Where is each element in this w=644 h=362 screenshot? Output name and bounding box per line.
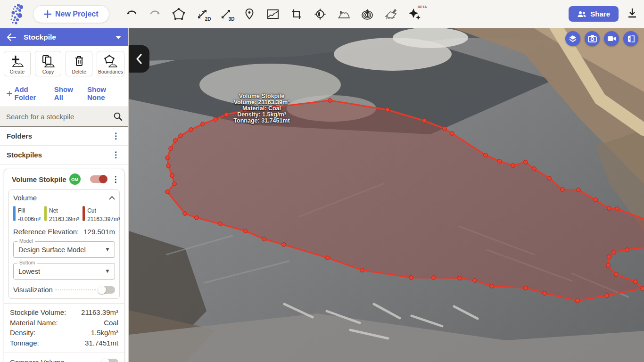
volume-panel: Volume Fill -0.006m³ Net 21163.39m³ Cu <box>8 189 120 299</box>
folders-menu-button[interactable]: ⋮ <box>110 132 122 140</box>
show-all-button[interactable]: Show All <box>54 85 81 101</box>
volume-header: Volume <box>13 194 37 202</box>
map-viewport[interactable]: Volume Stokpile Volume: 21163.39m³ Mater… <box>129 28 644 362</box>
folder-links: Add Folder Show All Show None <box>0 80 128 107</box>
fill-metric: Fill -0.006m³ <box>13 206 41 223</box>
tool-strip: 2D 3D <box>122 4 424 24</box>
folders-section: Folders ⋮ <box>0 127 128 146</box>
new-project-label: New Project <box>55 10 99 18</box>
contours-button[interactable] <box>357 4 377 24</box>
camera-icon <box>588 35 597 42</box>
share-label: Share <box>590 10 610 18</box>
measure-3d-button[interactable]: 3D <box>216 4 236 24</box>
share-button[interactable]: Share <box>569 6 619 22</box>
visualization-label: Visualization <box>13 286 53 294</box>
stockpile-card: Volume Stokpile OM ⋮ Volume Fill -0.006m… <box>4 169 124 362</box>
panel-dropdown-caret[interactable] <box>115 35 122 40</box>
plus-icon <box>44 10 51 18</box>
visualization-toggle[interactable] <box>98 286 115 294</box>
stockpiles-menu-button[interactable]: ⋮ <box>110 151 122 159</box>
elevation-profile-button[interactable] <box>263 4 283 24</box>
undo-button[interactable] <box>122 4 141 24</box>
sidebar-header: Stockpile <box>0 28 128 46</box>
model-select[interactable]: Model Design Surface Model ▼ <box>13 241 115 258</box>
download-button[interactable] <box>627 8 637 21</box>
slope-tool-button[interactable] <box>381 4 401 24</box>
folders-label: Folders <box>7 132 32 140</box>
back-arrow-button[interactable] <box>7 33 16 41</box>
terrain-button[interactable] <box>334 4 354 24</box>
map-controls <box>565 31 638 46</box>
crop-button[interactable] <box>287 4 306 24</box>
measure-3d-label: 3D <box>229 16 235 22</box>
copy-stockpile-button[interactable]: Copy <box>35 51 62 76</box>
compare-icon <box>627 35 635 43</box>
ai-assistant-button[interactable]: BETA <box>405 4 424 24</box>
compare-volume-toggle[interactable] <box>101 359 118 362</box>
location-pin-button[interactable] <box>239 4 259 24</box>
layers-icon <box>569 34 577 43</box>
screenshot-button[interactable] <box>585 31 600 46</box>
stockpile-visibility-toggle[interactable] <box>90 175 107 183</box>
target-button[interactable] <box>310 4 330 24</box>
redo-button[interactable] <box>145 4 165 24</box>
bottom-select[interactable]: Bottom Lowest ▼ <box>13 263 115 280</box>
chevron-down-icon: ▼ <box>105 268 110 274</box>
stockpile-polygon-svg[interactable] <box>129 28 644 362</box>
dotted-leader <box>55 289 96 290</box>
stockpile-sidebar: Stockpile Create Copy Delete <box>0 28 129 362</box>
net-metric: Net 21163.39m³ <box>44 206 79 223</box>
action-label: Delete <box>72 69 86 74</box>
panel-title: Stockpile <box>24 33 107 41</box>
search-icon[interactable] <box>113 112 123 121</box>
stockpile-stats: Stockpile Volume:21163.39m³ Material Nam… <box>4 303 124 353</box>
layers-button[interactable] <box>565 31 580 46</box>
chevron-left-icon <box>135 54 143 64</box>
action-label: Copy <box>42 69 54 74</box>
action-label: Create <box>10 69 25 74</box>
stockpile-actions: Create Copy Delete Boundaries <box>0 46 128 80</box>
beta-badge: BETA <box>418 5 427 8</box>
reference-elevation-value: 129.501m <box>83 228 115 236</box>
app-logo-icon <box>7 2 27 26</box>
people-icon <box>577 10 586 18</box>
polygon-tool-button[interactable] <box>169 4 189 24</box>
chevron-down-icon: ▼ <box>105 246 110 253</box>
compare-view-button[interactable] <box>623 31 638 46</box>
search-input[interactable] <box>0 107 128 126</box>
search-box <box>0 107 128 127</box>
stockpile-polygon[interactable] <box>167 100 644 301</box>
measure-2d-label: 2D <box>205 16 211 22</box>
record-video-button[interactable] <box>604 31 619 46</box>
boundaries-button[interactable]: Boundaries <box>97 51 124 76</box>
collapse-chevron-icon[interactable] <box>109 196 115 200</box>
stockpiles-label: Stockpiles <box>7 151 42 159</box>
create-stockpile-button[interactable]: Create <box>4 51 31 76</box>
reference-elevation-label: Reference Elevation: <box>13 228 79 236</box>
stockpiles-section: Stockpiles ⋮ <box>0 146 128 165</box>
stockpile-name: Volume Stokpile <box>12 175 66 183</box>
cut-metric: Cut 21163.397m³ <box>83 206 120 223</box>
owner-badge: OM <box>69 173 81 185</box>
action-label: Boundaries <box>98 69 123 74</box>
delete-stockpile-button[interactable]: Delete <box>66 51 92 76</box>
plus-icon <box>7 90 12 97</box>
compare-volume-row: Compare Volume <box>4 353 124 362</box>
add-folder-button[interactable]: Add Folder <box>7 85 48 101</box>
measure-2d-button[interactable]: 2D <box>192 4 212 24</box>
sidebar-collapse-button[interactable] <box>129 45 149 73</box>
compare-volume-label: Compare Volume <box>10 358 65 362</box>
top-toolbar: New Project 2D 3D <box>0 0 644 28</box>
new-project-button[interactable]: New Project <box>33 5 109 23</box>
volume-metrics: Fill -0.006m³ Net 21163.39m³ Cut 21163.3… <box>13 206 115 223</box>
stockpile-menu-button[interactable]: ⋮ <box>110 175 122 183</box>
show-none-button[interactable]: Show None <box>87 85 122 101</box>
video-camera-icon <box>607 35 616 42</box>
